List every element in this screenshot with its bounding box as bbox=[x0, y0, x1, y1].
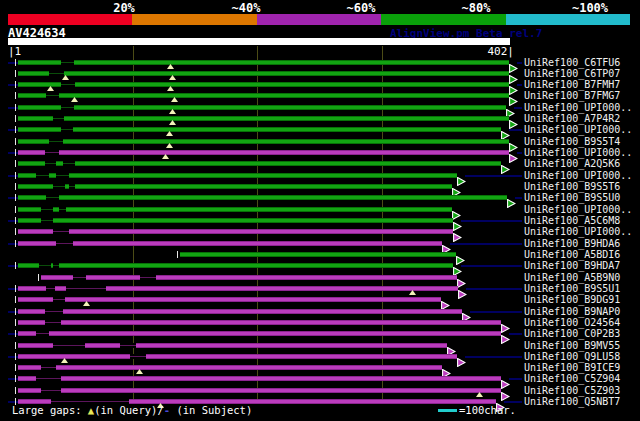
arrowhead-icon bbox=[442, 363, 451, 372]
subject-tail-left bbox=[8, 220, 18, 222]
row-label[interactable]: UniRef100_A2Q5K6 bbox=[524, 158, 620, 169]
alignment-start-tick bbox=[15, 285, 16, 292]
row-label[interactable]: UniRef100_C5Z903 bbox=[524, 385, 620, 396]
row-label[interactable]: UniRef100_B9HDA7 bbox=[524, 260, 620, 271]
arrowhead-icon bbox=[509, 91, 518, 100]
alignment-bar[interactable] bbox=[180, 252, 456, 257]
row-label[interactable]: UniRef100_Q9LU58 bbox=[524, 351, 620, 362]
alignment-bar[interactable] bbox=[18, 365, 442, 370]
subject-tail-right bbox=[465, 175, 522, 177]
gap-legend: Large gaps: ▲(in Query)/- (in Subject) bbox=[12, 404, 252, 416]
scale-label: ~100% bbox=[562, 1, 618, 15]
alignment-bar[interactable] bbox=[18, 161, 501, 166]
alignment-start-tick bbox=[15, 319, 16, 326]
row-label[interactable]: UniRef100_B9MV55 bbox=[524, 340, 620, 351]
scale-segment bbox=[506, 14, 630, 25]
alignment-start-tick bbox=[15, 262, 16, 269]
subject-gap-segment bbox=[53, 184, 65, 189]
row-label[interactable]: UniRef100_Q5NBT7 bbox=[524, 396, 620, 407]
gridline bbox=[133, 46, 134, 404]
alignment-bar[interactable] bbox=[18, 184, 452, 189]
alignment-bar[interactable] bbox=[18, 309, 462, 314]
alignment-bar[interactable] bbox=[18, 218, 453, 223]
row-label[interactable]: UniRef100_B9HDA6 bbox=[524, 238, 620, 249]
arrowhead-icon bbox=[452, 205, 461, 214]
alignment-start-tick bbox=[177, 251, 178, 258]
alignment-bar[interactable] bbox=[18, 297, 441, 302]
row-label[interactable]: UniRef100_UPI000.. bbox=[524, 102, 632, 113]
alignment-bar[interactable] bbox=[18, 82, 509, 87]
alignment-bar[interactable] bbox=[18, 71, 509, 76]
row-label[interactable]: UniRef100_B9NAP0 bbox=[524, 306, 620, 317]
row-label[interactable]: UniRef100_UPI000.. bbox=[524, 170, 632, 181]
gridline bbox=[382, 46, 383, 404]
row-label[interactable]: UniRef100_O24564 bbox=[524, 317, 620, 328]
scale-segment bbox=[8, 14, 132, 25]
alignment-bar[interactable] bbox=[18, 195, 507, 200]
row-label[interactable]: UniRef100_A5BDI6 bbox=[524, 249, 620, 260]
subject-gap-segment bbox=[41, 218, 53, 223]
row-label[interactable]: UniRef100_UPI000.. bbox=[524, 226, 632, 237]
alignment-start-tick bbox=[15, 296, 16, 303]
row-label[interactable]: UniRef100_A5C6M8 bbox=[524, 215, 620, 226]
subject-tail-left bbox=[8, 401, 18, 403]
alignment-start-tick bbox=[15, 59, 16, 66]
alignment-bar[interactable] bbox=[18, 241, 442, 246]
arrowhead-icon bbox=[457, 273, 466, 282]
gridline bbox=[257, 46, 258, 404]
subject-tail-right bbox=[504, 401, 522, 403]
subject-tail-right bbox=[461, 220, 522, 222]
arrowhead-icon bbox=[509, 137, 518, 146]
subject-gap-segment bbox=[45, 320, 61, 325]
alignment-bar[interactable] bbox=[18, 376, 501, 381]
alignment-bar[interactable] bbox=[18, 354, 457, 359]
row-label[interactable]: UniRef100_B9S5T4 bbox=[524, 136, 620, 147]
row-label[interactable]: UniRef100_A5B9N0 bbox=[524, 272, 620, 283]
row-label[interactable]: UniRef100_A7P4R2 bbox=[524, 113, 620, 124]
alignment-bar[interactable] bbox=[18, 229, 453, 234]
alignment-bar[interactable] bbox=[18, 93, 509, 98]
alignment-bar[interactable] bbox=[18, 173, 457, 178]
alignment-bar[interactable] bbox=[18, 320, 501, 325]
subject-tail-left bbox=[8, 197, 18, 199]
ruler-end-label: 402| bbox=[454, 45, 514, 58]
row-label[interactable]: UniRef100_C5Z904 bbox=[524, 373, 620, 384]
alignment-bar[interactable] bbox=[18, 127, 501, 132]
subject-tail-right bbox=[514, 107, 522, 109]
subject-gap-segment bbox=[36, 376, 61, 381]
row-label[interactable]: UniRef100_C6TFU6 bbox=[524, 57, 620, 68]
row-label[interactable]: UniRef100_UPI000.. bbox=[524, 147, 632, 158]
row-label[interactable]: UniRef100_C6TP07 bbox=[524, 68, 620, 79]
subject-tail-left bbox=[8, 243, 18, 245]
arrowhead-icon bbox=[501, 386, 510, 395]
alignment-bar[interactable] bbox=[18, 388, 501, 393]
subject-gap-segment bbox=[46, 286, 55, 291]
subject-gap-segment bbox=[61, 127, 73, 132]
alignment-bar[interactable] bbox=[18, 331, 501, 336]
alignment-bar[interactable] bbox=[41, 275, 457, 280]
scale-label: ~60% bbox=[333, 1, 389, 15]
row-label[interactable]: UniRef100_UPI000.. bbox=[524, 124, 632, 135]
alignment-bar[interactable] bbox=[18, 105, 506, 110]
alignment-bar[interactable] bbox=[18, 139, 509, 144]
row-label[interactable]: UniRef100_B9ICE9 bbox=[524, 362, 620, 373]
alignment-bar[interactable] bbox=[18, 150, 509, 155]
row-label[interactable]: UniRef100_B9S5T6 bbox=[524, 181, 620, 192]
alignment-bar[interactable] bbox=[18, 263, 453, 268]
row-label[interactable]: UniRef100_B9S5U0 bbox=[524, 192, 620, 203]
row-label[interactable]: UniRef100_B7FMH7 bbox=[524, 79, 620, 90]
subject-gap-segment bbox=[130, 354, 146, 359]
subject-gap-segment bbox=[53, 343, 85, 348]
row-label[interactable]: UniRef100_B9S5U1 bbox=[524, 283, 620, 294]
row-label[interactable]: UniRef100_UPI000.. bbox=[524, 204, 632, 215]
arrowhead-icon bbox=[501, 159, 510, 168]
row-label[interactable]: UniRef100_B9DG91 bbox=[524, 294, 620, 305]
alignment-start-tick bbox=[15, 194, 16, 201]
row-label[interactable]: UniRef100_C0P2B3 bbox=[524, 328, 620, 339]
row-label[interactable]: UniRef100_B7FMG7 bbox=[524, 90, 620, 101]
alignment-start-tick bbox=[15, 206, 16, 213]
alignment-bar[interactable] bbox=[18, 60, 509, 65]
alignment-bar[interactable] bbox=[18, 116, 509, 121]
subject-gap-segment bbox=[61, 82, 75, 87]
alignment-bar[interactable] bbox=[18, 207, 452, 212]
